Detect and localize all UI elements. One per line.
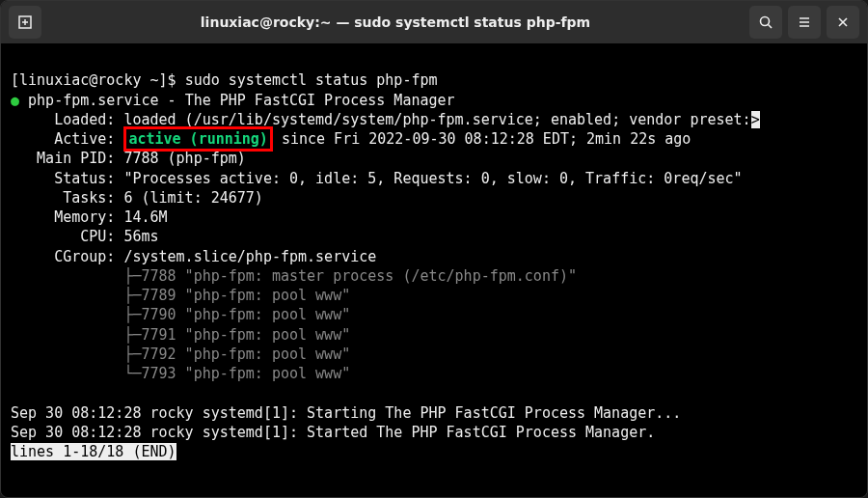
cpu-value: 56ms [123, 228, 158, 245]
window-titlebar: linuxiac@rocky:~ — sudo systemctl status… [1, 1, 867, 43]
log-line-2: Sep 30 08:12:28 rocky systemd[1]: Starte… [11, 423, 857, 442]
svg-point-3 [761, 17, 770, 26]
close-button[interactable] [827, 6, 859, 39]
tree-line-5: ├─7792 "php-fpm: pool www" [11, 345, 857, 364]
pager-line: lines 1-18/18 (END) [11, 442, 857, 461]
service-desc: The PHP FastCGI Process Manager [185, 92, 455, 109]
menu-button[interactable] [788, 6, 821, 39]
memory-line: Memory: 14.6M [11, 208, 857, 227]
scroll-indicator: > [751, 111, 760, 128]
tree-line-3: ├─7790 "php-fpm: pool www" [11, 305, 857, 324]
active-since: since Fri 2022-09-30 08:12:28 EDT; 2min … [273, 130, 691, 148]
cgroup-value: /system.slice/php-fpm.service [123, 248, 376, 265]
active-line: Active: active (running) since Fri 2022-… [11, 129, 857, 149]
memory-value: 14.6M [123, 208, 167, 226]
titlebar-actions [749, 6, 859, 39]
tree-line-1: ├─7788 "php-fpm: master process (/etc/ph… [11, 266, 857, 286]
prompt-line: [linuxiac@rocky ~]$ sudo systemctl statu… [11, 70, 857, 90]
active-status: active (running) [128, 130, 268, 148]
prompt: [linuxiac@rocky ~]$ [11, 71, 185, 89]
status-dot-icon: ● [11, 92, 19, 109]
tree-line-4: ├─7791 "php-fpm: pool www" [11, 325, 857, 345]
status-value: "Processes active: 0, idle: 5, Requests:… [123, 170, 742, 187]
tasks-value: 6 (limit: 24677) [123, 189, 263, 207]
search-button[interactable] [749, 6, 782, 39]
search-icon [758, 14, 773, 30]
new-tab-button[interactable] [9, 6, 41, 39]
status-line: Status: "Processes active: 0, idle: 5, R… [11, 169, 857, 188]
command-text: sudo systemctl status php-fpm [185, 71, 438, 89]
hamburger-icon [797, 14, 812, 30]
tree-line-2: ├─7789 "php-fpm: pool www" [11, 286, 857, 305]
new-tab-icon [17, 14, 33, 30]
service-name: php-fpm.service [28, 92, 158, 109]
service-header: ● php-fpm.service - The PHP FastCGI Proc… [11, 91, 857, 110]
tasks-line: Tasks: 6 (limit: 24677) [11, 188, 857, 208]
close-icon [835, 14, 851, 30]
mainpid-value: 7788 (php-fpm) [123, 150, 245, 167]
cpu-line: CPU: 56ms [11, 227, 857, 246]
terminal-output[interactable]: [linuxiac@rocky ~]$ sudo systemctl statu… [1, 43, 867, 497]
tree-line-6: └─7793 "php-fpm: pool www" [11, 364, 857, 383]
mainpid-line: Main PID: 7788 (php-fpm) [11, 149, 857, 168]
cgroup-line: CGroup: /system.slice/php-fpm.service [11, 247, 857, 266]
pager-status: lines 1-18/18 (END) [11, 443, 176, 460]
blank-line [11, 383, 857, 402]
log-line-1: Sep 30 08:12:28 rocky systemd[1]: Starti… [11, 403, 857, 423]
svg-line-4 [769, 25, 773, 29]
window-title: linuxiac@rocky:~ — sudo systemctl status… [49, 14, 742, 30]
